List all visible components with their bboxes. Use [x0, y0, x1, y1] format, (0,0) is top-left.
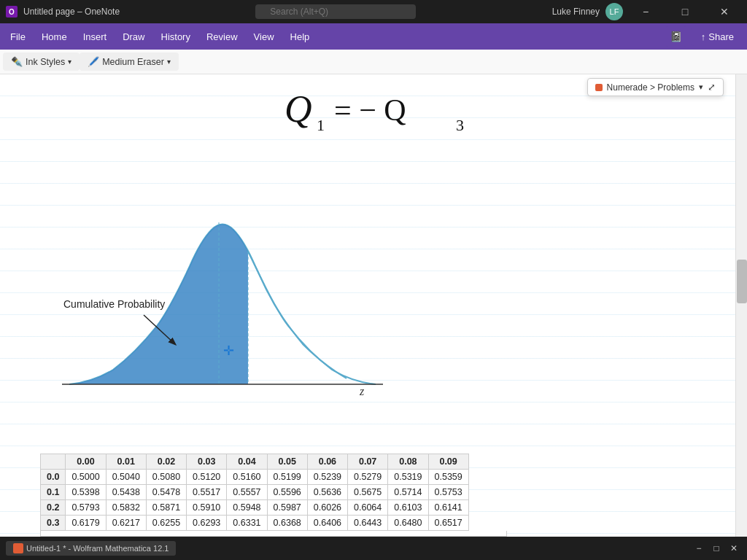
ztable-cell: 0.5948 — [227, 500, 267, 516]
ztable-cell: 0.6026 — [307, 500, 347, 516]
share-icon: ↑ — [701, 31, 706, 42]
svg-text:Q: Q — [285, 88, 312, 130]
titlebar-center — [120, 4, 552, 19]
close-button[interactable]: ✕ — [708, 0, 741, 23]
menu-view[interactable]: View — [247, 28, 282, 45]
ink-styles-button[interactable]: ✒️ Ink Styles ▾ — [3, 52, 80, 71]
ztable-header-z — [41, 454, 66, 470]
ztable-row-z: 0.2 — [41, 500, 66, 516]
svg-text:=  −  Q: = − Q — [334, 93, 406, 127]
ztable-cell: 0.5199 — [267, 470, 307, 485]
numerade-dropdown-icon: ▾ — [699, 82, 703, 92]
taskbar-mathematica[interactable]: Untitled-1 * - Wolfram Mathematica 12.1 — [6, 541, 176, 556]
ribbon-toolbar: ✒️ Ink Styles ▾ 🖊️ Medium Eraser ▾ — [0, 50, 747, 74]
formula-area: Q 1 = − Q 3 — [277, 78, 584, 143]
ztable-cell: 0.5596 — [267, 485, 307, 500]
title-bar: O Untitled page – OneNote Luke Finney LF… — [0, 0, 747, 23]
ztable-cell: 0.6217 — [106, 516, 146, 531]
ztable-cell: 0.6443 — [348, 516, 388, 531]
taskbar-close-button[interactable]: ✕ — [727, 541, 741, 556]
menu-bar: File Home Insert Draw History Review Vie… — [0, 23, 747, 50]
table-row: 0.10.53980.54380.54780.55170.55570.55960… — [41, 485, 469, 500]
numerade-expand-icon[interactable]: ⤢ — [708, 82, 716, 93]
titlebar-left: O Untitled page – OneNote — [6, 6, 120, 18]
ink-styles-dropdown-icon: ▾ — [68, 58, 71, 66]
svg-text:z: z — [359, 385, 365, 397]
ztable-cell: 0.6103 — [388, 500, 428, 516]
numerade-panel[interactable]: Numerade > Problems ▾ ⤢ — [587, 78, 724, 96]
menu-file[interactable]: File — [3, 28, 33, 45]
ztable-cell: 0.5080 — [146, 470, 186, 485]
taskbar: Untitled-1 * - Wolfram Mathematica 12.1 … — [0, 537, 747, 560]
svg-text:✛: ✛ — [223, 343, 234, 358]
ztable-cell: 0.5636 — [307, 485, 347, 500]
taskbar-maximize-button[interactable]: □ — [709, 541, 724, 556]
onenote-icon: O — [6, 6, 18, 18]
mathematica-icon — [13, 543, 23, 553]
maximize-button[interactable]: □ — [668, 0, 702, 23]
ztable-row-z: 0.0 — [41, 470, 66, 485]
menu-review[interactable]: Review — [199, 28, 245, 45]
menu-home[interactable]: Home — [34, 28, 74, 45]
ztable-cell: 0.6293 — [187, 516, 227, 531]
ztable-cell: 0.5438 — [106, 485, 146, 500]
ztable-cell: 0.5319 — [388, 470, 428, 485]
svg-text:Cumulative Probability: Cumulative Probability — [63, 298, 165, 310]
taskbar-minimize-button[interactable]: − — [692, 541, 706, 556]
ztable-col-5: 0.05 — [267, 454, 307, 470]
ztable-cell: 0.5120 — [187, 470, 227, 485]
ztable-cell: 0.6331 — [227, 516, 267, 531]
ztable-cell: 0.5987 — [267, 500, 307, 516]
numerade-icon — [595, 84, 603, 91]
eraser-dropdown-icon: ▾ — [167, 58, 171, 66]
table-row: 0.30.61790.62170.62550.62930.63310.63680… — [41, 516, 469, 531]
ztable-col-4: 0.04 — [227, 454, 267, 470]
scrollbar-thumb[interactable] — [737, 260, 747, 303]
ink-styles-icon: ✒️ — [11, 56, 23, 67]
ztable-cell: 0.5478 — [146, 485, 186, 500]
ztable-cell: 0.6141 — [428, 500, 468, 516]
scrollbar[interactable] — [735, 74, 747, 537]
ztable-body: 0.00.50000.50400.50800.51200.51600.51990… — [41, 470, 469, 531]
ztable-col-6: 0.06 — [307, 454, 347, 470]
ztable-cell: 0.5040 — [106, 470, 146, 485]
ztable-cell: 0.6517 — [428, 516, 468, 531]
svg-text:1: 1 — [317, 116, 325, 134]
ztable-col-8: 0.08 — [388, 454, 428, 470]
ztable-col-1: 0.01 — [106, 454, 146, 470]
ztable-cell: 0.5675 — [348, 485, 388, 500]
ztable-cell: 0.5714 — [388, 485, 428, 500]
ztable-col-7: 0.07 — [348, 454, 388, 470]
notebook-button[interactable]: 📓 — [666, 26, 686, 47]
ztable-cell: 0.5753 — [428, 485, 468, 500]
medium-eraser-button[interactable]: 🖊️ Medium Eraser ▾ — [80, 52, 179, 71]
ztable-cell: 0.6255 — [146, 516, 186, 531]
ztable-cell: 0.5871 — [146, 500, 186, 516]
ztable-cell: 0.5239 — [307, 470, 347, 485]
ztable-cell: 0.5359 — [428, 470, 468, 485]
menu-history[interactable]: History — [154, 28, 198, 45]
ztable-cell: 0.5398 — [66, 485, 106, 500]
ztable-col-9: 0.09 — [428, 454, 468, 470]
ztable-col-3: 0.03 — [187, 454, 227, 470]
distribution-chart: z Cumulative Probability ✛ — [40, 209, 427, 413]
eraser-icon: 🖊️ — [88, 56, 99, 67]
menu-draw[interactable]: Draw — [115, 28, 152, 45]
ztable-cell: 0.6064 — [348, 500, 388, 516]
ztable-col-0: 0.00 — [66, 454, 106, 470]
app-title: Untitled page – OneNote — [23, 7, 120, 17]
table-row: 0.00.50000.50400.50800.51200.51600.51990… — [41, 470, 469, 485]
menu-help[interactable]: Help — [283, 28, 317, 45]
z-table: 0.00 0.01 0.02 0.03 0.04 0.05 0.06 0.07 … — [40, 454, 469, 531]
ztable-cell: 0.5557 — [227, 485, 267, 500]
minimize-button[interactable]: − — [629, 0, 662, 23]
search-input[interactable] — [255, 4, 416, 19]
ztable-cell: 0.5279 — [348, 470, 388, 485]
menu-insert[interactable]: Insert — [76, 28, 115, 45]
ztable-cell: 0.6179 — [66, 516, 106, 531]
share-button[interactable]: ↑ Share — [691, 28, 744, 46]
ztable-col-2: 0.02 — [146, 454, 186, 470]
ztable-cell: 0.5000 — [66, 470, 106, 485]
formula-svg: Q 1 = − Q 3 — [277, 78, 584, 136]
ztable-row-z: 0.3 — [41, 516, 66, 531]
